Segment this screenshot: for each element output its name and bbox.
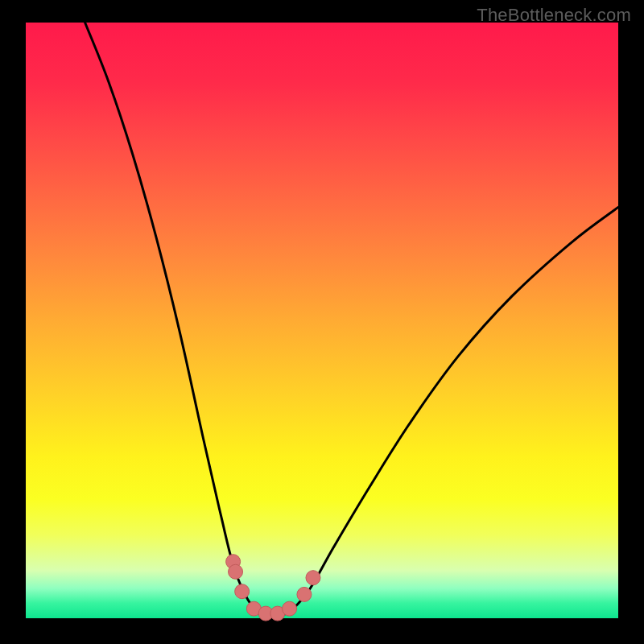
curve-marker — [235, 584, 250, 599]
curve-marker — [297, 587, 312, 601]
curve-marker — [283, 601, 297, 616]
curve-markers — [226, 555, 320, 621]
curve-line — [85, 23, 618, 616]
curve-marker — [306, 571, 320, 585]
chart-frame: TheBottleneck.com — [0, 0, 644, 644]
bottleneck-curve — [26, 23, 618, 618]
plot-area — [26, 23, 618, 618]
curve-marker — [229, 564, 243, 579]
